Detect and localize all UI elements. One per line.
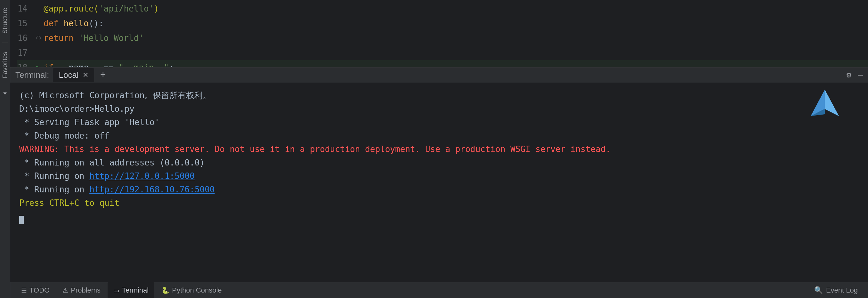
- search-icon: 🔍: [814, 286, 823, 295]
- terminal-line: WARNING: This is a development server. D…: [19, 142, 859, 156]
- run-icon[interactable]: ▶: [36, 63, 40, 68]
- terminal-line: * Debug mode: off: [19, 129, 859, 142]
- status-item-label: Terminal: [122, 286, 149, 295]
- code-line: 18▶if __name__ == "__main__":: [17, 60, 868, 67]
- status-bar-item[interactable]: ⚠Problems: [57, 282, 106, 298]
- terminal-add-tab-button[interactable]: +: [97, 69, 109, 81]
- gutter-area: [33, 36, 43, 40]
- terminal-line: Press CTRL+C to quit: [19, 196, 859, 210]
- line-number: 15: [17, 19, 33, 28]
- status-item-label: TODO: [29, 286, 50, 295]
- breakpoint-icon[interactable]: [36, 36, 41, 40]
- status-item-icon: ▭: [113, 287, 119, 294]
- terminal-label: Terminal:: [16, 70, 49, 80]
- status-item-icon: 🐍: [161, 287, 169, 294]
- terminal-tab-close-icon[interactable]: ✕: [83, 71, 88, 79]
- terminal-line: * Running on http://192.168.10.76:5000: [19, 183, 859, 196]
- terminal-line: D:\imooc\order>Hello.py: [19, 102, 859, 115]
- favorites-star-icon[interactable]: ★: [3, 88, 7, 97]
- terminal-line: (c) Microsoft Corporation。保留所有权利。: [19, 89, 859, 102]
- terminal-body[interactable]: (c) Microsoft Corporation。保留所有权利。D:\imoo…: [10, 83, 868, 282]
- terminal-output: (c) Microsoft Corporation。保留所有权利。D:\imoo…: [19, 89, 859, 210]
- code-line: 14@app.route('api/hello'): [17, 1, 868, 16]
- status-bar: ☰TODO⚠Problems▭Terminal🐍Python Console 🔍…: [10, 282, 868, 298]
- terminal-line: * Running on all addresses (0.0.0.0): [19, 156, 859, 169]
- terminal-line: * Running on http://127.0.0.1:5000: [19, 169, 859, 183]
- status-bar-item[interactable]: ☰TODO: [16, 282, 55, 298]
- status-item-label: Problems: [71, 286, 100, 295]
- code-line: 16 return 'Hello World': [17, 31, 868, 45]
- status-bar-item[interactable]: 🐍Python Console: [156, 282, 227, 298]
- terminal-panel: Terminal: Local ✕ + ⚙ —: [10, 67, 868, 282]
- status-item-icon: ☰: [21, 287, 27, 294]
- terminal-link[interactable]: http://192.168.10.76:5000: [89, 185, 215, 194]
- svg-marker-1: [825, 90, 839, 116]
- terminal-settings-icon[interactable]: ⚙: [846, 70, 852, 80]
- line-number: 18: [17, 63, 33, 67]
- status-bar-item[interactable]: ▭Terminal: [107, 282, 154, 298]
- bird-logo: [807, 86, 842, 121]
- terminal-line: * Serving Flask app 'Hello': [19, 115, 859, 129]
- sidebar-structure[interactable]: Structure: [0, 0, 10, 41]
- code-line: 15def hello():: [17, 16, 868, 31]
- status-item-icon: ⚠: [62, 287, 68, 294]
- status-bar-right[interactable]: 🔍 Event Log: [809, 286, 863, 295]
- terminal-header: Terminal: Local ✕ + ⚙ —: [10, 68, 868, 83]
- line-number: 17: [17, 48, 33, 58]
- terminal-cursor: [19, 216, 24, 224]
- gutter-area: ▶: [33, 63, 43, 68]
- line-number: 16: [17, 33, 33, 43]
- line-number: 14: [17, 4, 33, 13]
- terminal-tab-local[interactable]: Local ✕: [53, 68, 94, 82]
- terminal-link[interactable]: http://127.0.0.1:5000: [89, 171, 195, 181]
- terminal-minimize-icon[interactable]: —: [858, 70, 863, 80]
- status-item-label: Python Console: [172, 286, 222, 295]
- sidebar-favorites[interactable]: Favorites: [0, 44, 10, 86]
- code-line: 17: [17, 45, 868, 60]
- code-editor: 14@app.route('api/hello')15def hello():1…: [10, 0, 868, 67]
